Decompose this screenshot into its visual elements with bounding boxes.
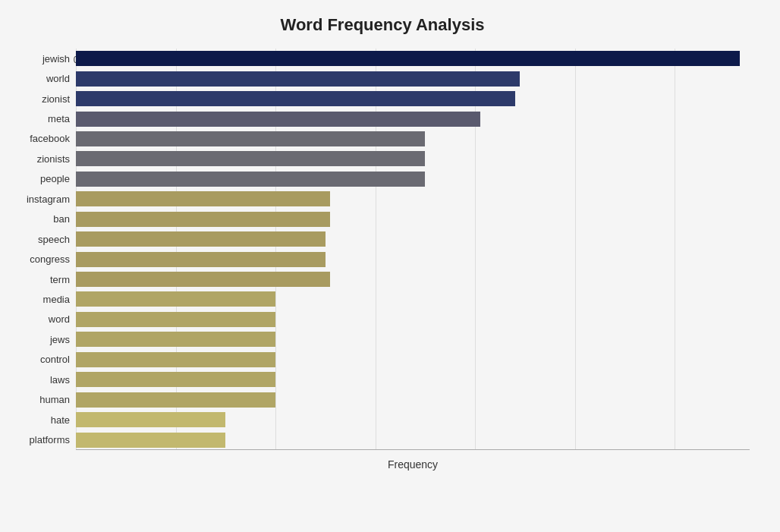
y-label-speech: speech (38, 235, 70, 244)
y-label-platforms: platforms (30, 435, 70, 445)
y-label-congress: congress (30, 254, 70, 264)
bar-congress (76, 252, 326, 267)
y-label-zionist: zionist (42, 94, 70, 104)
y-label-jewish: jewish (42, 54, 70, 64)
bar-zionists (76, 151, 425, 166)
bar-row-ban (76, 209, 750, 229)
y-label-control: control (40, 354, 70, 364)
y-label-people: people (40, 174, 70, 184)
bar-world (76, 71, 520, 87)
bar-row-jews (76, 329, 750, 349)
y-labels: jewishworldzionistmetafacebookzionistspe… (15, 49, 76, 474)
y-label-laws: laws (50, 375, 70, 385)
bar-row-term (76, 269, 750, 289)
bar-people (76, 172, 425, 187)
bar-word (76, 312, 275, 327)
chart-title: Word Frequency Analysis (15, 15, 750, 35)
y-label-ban: ban (53, 214, 70, 224)
bar-row-laws (76, 370, 750, 389)
bar-row-zionists (76, 149, 750, 168)
bar-row-platforms (76, 430, 750, 450)
bar-row-speech (76, 229, 750, 249)
y-label-word: word (49, 314, 70, 324)
y-label-term: term (50, 275, 70, 285)
bar-term (76, 272, 330, 287)
bar-media (76, 291, 275, 307)
bar-row-jewish (76, 49, 750, 68)
bar-zionist (76, 91, 515, 106)
bar-jews (76, 332, 275, 347)
bar-row-human (76, 390, 750, 410)
bar-control (76, 352, 275, 367)
bar-row-word (76, 310, 750, 329)
bar-ban (76, 212, 330, 227)
bar-row-media (76, 289, 750, 309)
bar-instagram (76, 191, 330, 206)
bar-facebook (76, 131, 425, 146)
bar-row-control (76, 350, 750, 370)
bar-human (76, 392, 275, 408)
y-label-zionists: zionists (37, 154, 70, 164)
y-label-world: world (46, 74, 70, 83)
y-label-human: human (39, 395, 70, 405)
bars-wrapper: 024681012 (76, 49, 750, 474)
y-label-jews: jews (50, 335, 70, 345)
bar-row-instagram (76, 189, 750, 209)
plot-area: 024681012 Frequency (76, 49, 750, 474)
bar-laws (76, 372, 275, 387)
bar-row-world (76, 69, 750, 89)
bar-platforms (76, 433, 225, 448)
bar-row-hate (76, 410, 750, 430)
bar-row-congress (76, 250, 750, 269)
y-label-facebook: facebook (30, 134, 70, 143)
y-label-media: media (43, 294, 70, 304)
bar-hate (76, 412, 225, 427)
bar-row-people (76, 169, 750, 189)
bar-meta (76, 112, 480, 127)
y-label-meta: meta (48, 114, 70, 124)
bar-jewish (76, 51, 740, 66)
bar-row-zionist (76, 89, 750, 109)
bar-row-meta (76, 109, 750, 129)
bar-row-facebook (76, 129, 750, 149)
bar-speech (76, 231, 326, 247)
x-axis-label: Frequency (76, 458, 750, 471)
chart-container: Word Frequency Analysis jewishworldzioni… (0, 0, 780, 532)
y-label-hate: hate (51, 415, 70, 425)
y-label-instagram: instagram (27, 194, 70, 204)
chart-area: jewishworldzionistmetafacebookzionistspe… (15, 49, 750, 474)
